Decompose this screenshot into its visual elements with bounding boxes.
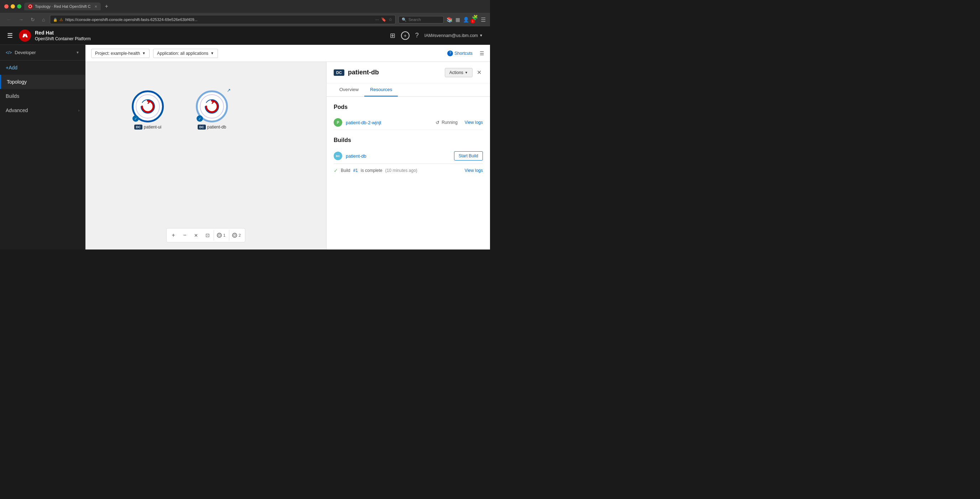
library-icon[interactable]: 📚 — [447, 17, 453, 22]
detail-title: patient-db — [348, 69, 445, 76]
running-icon: ↺ — [436, 120, 439, 125]
header-actions: ⊞ + ? IAM#svennam@us.ibm.com ▼ — [390, 31, 483, 40]
build-row: BC patient-db Start Build — [334, 148, 483, 164]
new-tab-button[interactable]: + — [105, 3, 108, 10]
openshift-icon — [140, 99, 156, 114]
openshift-icon-db — [204, 99, 220, 114]
menu-icon[interactable]: ☰ — [481, 16, 486, 23]
sidebar-context[interactable]: </> Developer ▼ — [0, 45, 85, 60]
counter-icon-2 — [232, 233, 237, 238]
node-label-patient-ui: DC patient-ui — [134, 125, 161, 130]
user-dropdown-icon: ▼ — [479, 33, 483, 37]
reader-icon[interactable]: ▦ — [455, 17, 460, 22]
security-icon: 🔒 — [53, 18, 57, 22]
address-bar[interactable]: 🔒 ⚠ https://console-openshift-console.op… — [50, 15, 396, 24]
warning-icon: ⚠ — [59, 17, 63, 22]
context-chevron: ▼ — [76, 51, 80, 54]
browser-tab[interactable]: Topology · Red Hat OpenShift C ✕ — [24, 3, 101, 10]
maximize-window-button[interactable] — [17, 4, 21, 8]
address-url: https://console-openshift-console.opensh… — [65, 17, 373, 22]
pod-row: P patient-db-2-wjnjt ↺ Running View logs — [334, 115, 483, 130]
traffic-lights — [4, 4, 21, 8]
sidebar-item-advanced[interactable]: Advanced › — [0, 103, 85, 118]
fit-view-button[interactable]: ⊡ — [202, 230, 213, 241]
node-counter-2[interactable]: 2 — [229, 230, 243, 241]
start-build-button[interactable]: Start Build — [454, 151, 483, 161]
build-success-icon: ✓ — [334, 168, 338, 173]
actions-chevron-icon: ▼ — [465, 71, 468, 75]
external-link-icon[interactable]: ↗ — [227, 87, 231, 93]
forward-button[interactable]: → — [16, 16, 25, 24]
list-view-button[interactable]: ☰ — [480, 51, 484, 56]
tab-close-button[interactable]: ✕ — [94, 5, 97, 8]
home-button[interactable]: ⌂ — [40, 16, 47, 24]
brand: Red Hat OpenShift Container Platform — [19, 29, 91, 42]
detail-tabs: Overview Resources — [326, 83, 490, 97]
tab-favicon — [28, 4, 33, 9]
node-db-status-badge: ✓ — [197, 115, 203, 122]
tab-title: Topology · Red Hat OpenShift C — [35, 4, 91, 8]
grid-icon[interactable]: ⊞ — [390, 32, 395, 40]
bookmark-icon[interactable]: 🔖 — [381, 17, 387, 22]
back-button[interactable]: ← — [4, 16, 14, 24]
help-icon[interactable]: ? — [415, 32, 419, 39]
svg-point-8 — [232, 233, 237, 237]
user-menu[interactable]: IAM#svennam@us.ibm.com ▼ — [425, 33, 483, 38]
tab-overview[interactable]: Overview — [334, 83, 364, 97]
canvas-tools: + − ✕ ⊡ 1 2 — [166, 228, 245, 242]
bc-badge: BC — [334, 152, 342, 160]
project-selector[interactable]: Project: example-health ▼ — [91, 49, 150, 58]
pod-name[interactable]: patient-db-2-wjnjt — [346, 120, 436, 125]
reset-zoom-button[interactable]: ✕ — [191, 230, 202, 241]
sidebar-item-add[interactable]: +Add — [0, 60, 85, 75]
svg-point-9 — [234, 234, 236, 236]
advanced-chevron-icon: › — [78, 108, 80, 113]
zoom-out-button[interactable]: − — [180, 230, 190, 241]
zoom-in-button[interactable]: + — [168, 230, 179, 241]
svg-point-7 — [218, 234, 220, 236]
refresh-button[interactable]: ↻ — [29, 16, 37, 24]
app-selector[interactable]: Application: all applications ▼ — [153, 49, 218, 58]
build-view-logs-button[interactable]: View logs — [465, 168, 483, 173]
counter-icon-1 — [217, 233, 222, 238]
project-dropdown-icon: ▼ — [142, 51, 146, 55]
star-icon[interactable]: ☆ — [388, 17, 393, 22]
node-counter-1[interactable]: 1 — [214, 230, 228, 241]
account-icon[interactable]: 👤 — [463, 17, 469, 22]
topbar: Project: example-health ▼ Application: a… — [86, 45, 490, 62]
hamburger-menu[interactable]: ☰ — [7, 32, 13, 40]
detail-panel: DC patient-db Actions ▼ ✕ Overview — [326, 62, 490, 249]
add-icon[interactable]: + — [401, 31, 409, 40]
app-dropdown-icon: ▼ — [210, 51, 214, 55]
detail-dc-badge: DC — [334, 69, 344, 76]
pod-icon: P — [334, 118, 342, 127]
shortcuts-help-icon: ? — [447, 51, 453, 56]
build-number-link[interactable]: #1 — [353, 168, 358, 173]
right-content: Project: example-health ▼ Application: a… — [86, 45, 490, 249]
node-patient-ui[interactable]: ✓ DC patient-ui — [132, 91, 164, 130]
browser-search[interactable]: 🔍 — [398, 16, 444, 24]
sidebar-item-builds[interactable]: Builds — [0, 89, 85, 103]
main-layout: </> Developer ▼ +Add Topology Builds Adv… — [0, 45, 490, 249]
pod-status: ↺ Running — [436, 120, 458, 125]
close-panel-button[interactable]: ✕ — [476, 68, 483, 77]
app-header: ☰ Red Hat OpenShift Container Platform ⊞… — [0, 26, 490, 45]
sidebar: </> Developer ▼ +Add Topology Builds Adv… — [0, 45, 86, 249]
developer-icon: </> — [6, 50, 12, 55]
brand-text: Red Hat OpenShift Container Platform — [35, 30, 91, 41]
actions-button[interactable]: Actions ▼ — [445, 68, 473, 77]
build-name[interactable]: patient-db — [346, 153, 454, 159]
close-window-button[interactable] — [4, 4, 8, 8]
detail-header: DC patient-db Actions ▼ ✕ — [326, 62, 490, 83]
topology-canvas[interactable]: ✓ DC patient-ui — [86, 62, 326, 249]
node-patient-db[interactable]: ✓ ↗ DC patient-db — [196, 91, 228, 130]
minimize-window-button[interactable] — [11, 4, 15, 8]
search-input[interactable] — [409, 17, 441, 22]
sidebar-item-topology[interactable]: Topology — [0, 75, 85, 89]
pod-view-logs-button[interactable]: View logs — [465, 120, 483, 125]
search-icon: 🔍 — [402, 17, 407, 22]
tab-resources[interactable]: Resources — [364, 83, 398, 97]
more-options-icon[interactable]: ··· — [375, 17, 379, 22]
shortcuts-button[interactable]: ? Shortcuts — [447, 51, 473, 56]
browser-toolbar: ← → ↻ ⌂ 🔒 ⚠ https://console-openshift-co… — [0, 13, 490, 26]
